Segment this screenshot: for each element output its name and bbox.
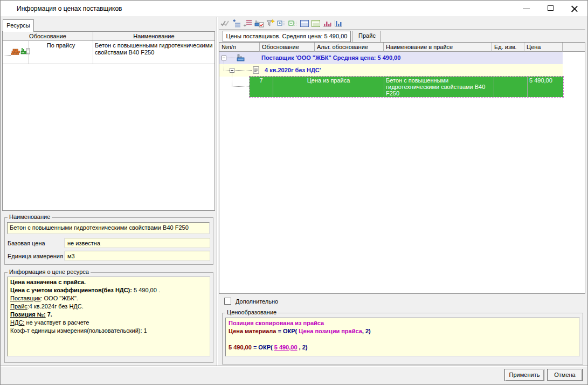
table-view-green-icon[interactable] — [311, 19, 321, 28]
resource-price-info-group: Информация о цене ресурса Цена назначена… — [4, 272, 213, 363]
col-num[interactable]: №п/п — [219, 43, 260, 52]
tab-supplier-prices[interactable]: Цены поставщиков. Средняя цена: 5 490,00 — [223, 31, 351, 42]
chart-blue-icon[interactable] — [334, 19, 343, 28]
close-icon — [571, 5, 578, 12]
col-price[interactable]: Цена — [524, 43, 563, 52]
resource-col-name[interactable]: Наименование — [93, 32, 215, 41]
resource-row-justification: По прайсу — [29, 41, 93, 64]
name-group: Наименование Бетон с повышенными гидроте… — [4, 217, 213, 265]
base-price-label: Базовая цена — [8, 240, 45, 246]
expand-all-icon[interactable] — [277, 19, 287, 28]
resource-price-info-title: Информация о цене ресурса — [8, 269, 91, 275]
close-button[interactable] — [563, 1, 587, 16]
delete-row-icon[interactable] — [243, 19, 253, 28]
material-icon — [11, 51, 20, 57]
pricing-line: 5 490,00 = ОКР( 5 490,00 , 2) — [229, 343, 577, 352]
pricelist-icon — [252, 69, 260, 75]
window-title: Информация о ценах поставщиков — [17, 5, 122, 12]
info-line: Цена с учетом коэффициентов(без НДС): 5 … — [10, 286, 207, 294]
tab-resources[interactable]: Ресурсы — [3, 19, 34, 32]
supplier-row-text: Поставщик 'ООО "ЖБК" Средняя цена: 5 490… — [261, 52, 400, 64]
toolbar — [220, 18, 343, 28]
text-segment: 5 490,00 . — [132, 287, 160, 293]
text-segment: = ОКР( — [276, 328, 299, 334]
tab-separator — [380, 31, 381, 42]
pricing-group: Ценообразование Позиция скопирована из п… — [222, 313, 583, 365]
pricing-group-title: Ценообразование — [225, 309, 278, 315]
text-segment: не участвует в расчете — [24, 319, 89, 326]
text-segment: , 2) — [298, 344, 308, 350]
tree-collapse-toggle-supplier[interactable] — [222, 56, 226, 60]
text-segment: 5 490,00 — [229, 344, 252, 350]
footer-separator — [1, 366, 587, 367]
supplier-check-icon[interactable] — [254, 19, 264, 28]
unit-field[interactable]: м3 — [65, 251, 210, 261]
unit-label: Единица измерения — [8, 253, 63, 259]
info-line: Поставщик: ООО "ЖБК". — [10, 294, 207, 302]
info-line: НДС: не участвует в расчете — [10, 319, 207, 327]
item-num-cell: 7 — [250, 77, 273, 97]
cancel-button[interactable]: Отмена — [547, 369, 583, 381]
maximize-button[interactable] — [538, 1, 563, 16]
confirm-icon[interactable] — [220, 19, 230, 28]
filter-icon[interactable] — [266, 19, 275, 28]
tree-collapse-toggle-period[interactable] — [230, 68, 234, 73]
text-segment: 7. — [46, 311, 52, 318]
factory-icon — [236, 57, 246, 63]
table-view-blue-icon[interactable] — [300, 19, 309, 28]
text-segment: : ООО "ЖБК". — [40, 295, 78, 301]
period-row[interactable]: 4 кв.2020г без НДС' — [219, 64, 563, 77]
resource-table: Обоснование Наименование По прайсу Бетон… — [2, 31, 215, 211]
tree-line — [236, 70, 252, 71]
text-segment: НДС: — [10, 319, 24, 326]
tab-separator — [352, 31, 352, 42]
info-line: Позиция №: 7. — [10, 311, 207, 319]
pricing-line — [229, 335, 577, 343]
col-alt-justification[interactable]: Альт. обоснование — [315, 43, 384, 52]
maximize-icon — [548, 5, 554, 11]
supplier-row[interactable]: Поставщик 'ООО "ЖБК" Средняя цена: 5 490… — [219, 52, 563, 64]
col-filler — [563, 43, 585, 52]
minimize-icon — [523, 8, 530, 9]
toolbar-separator — [219, 29, 585, 30]
base-price-field[interactable]: не известна — [65, 238, 210, 248]
resource-row-name: Бетон с повышенными гидротехническими св… — [93, 41, 215, 64]
col-unit[interactable]: Ед. изм. — [492, 43, 524, 52]
info-line: Коэф-т единицы измерения(пользовательски… — [10, 327, 207, 335]
text-segment: Цена с учетом коэффициентов(без НДС): — [10, 287, 132, 293]
item-justification-cell: Цена из прайса — [273, 77, 384, 97]
tree-line — [4, 55, 11, 56]
price-source-link[interactable]: 5 490,00 — [274, 344, 298, 350]
item-name-cell: Бетон с повышенными гидротехническими св… — [384, 77, 494, 97]
collapse-all-icon[interactable] — [288, 19, 298, 28]
text-segment: = ОКР( — [252, 344, 274, 350]
minimize-button[interactable] — [514, 1, 538, 16]
tab-price[interactable]: Прайс — [355, 31, 379, 42]
resource-row-icons — [3, 41, 29, 64]
text-segment: Цена позиции прайса — [299, 328, 362, 334]
text-segment: Цена назначена с прайса. — [10, 279, 86, 285]
text-segment: Позиция №: — [10, 311, 46, 318]
pricing-line: Позиция скопирована из прайса — [229, 319, 577, 327]
selected-price-row[interactable]: 7 Цена из прайса Бетон с повышенными гид… — [250, 77, 563, 97]
add-row-icon[interactable] — [232, 19, 241, 28]
additional-checkbox-label: Дополнительно — [236, 298, 278, 305]
panel-splitter[interactable] — [217, 17, 217, 366]
name-field[interactable]: Бетон с повышенными гидротехническими св… — [7, 222, 210, 234]
apply-button[interactable]: Применить — [504, 369, 544, 381]
chart-red-icon[interactable] — [322, 19, 332, 28]
info-line: Цена назначена с прайса. — [10, 278, 207, 286]
resource-col-justification[interactable]: Обоснование — [3, 32, 93, 41]
resource-row[interactable]: По прайсу Бетон с повышенными гидротехни… — [3, 41, 215, 64]
pricing-line: Цена материала = ОКР( Цена позиции прайс… — [229, 327, 577, 335]
text-segment: Прайс — [10, 303, 27, 310]
col-justification[interactable]: Обоснование — [260, 43, 315, 52]
tree-line — [224, 61, 230, 71]
text-segment: , 2) — [362, 328, 371, 334]
item-price-cell: 5 490,00 — [528, 77, 563, 97]
col-price-name[interactable]: Наименование в прайсе — [384, 43, 492, 52]
resource-price-info-box: Цена назначена с прайса. Цена с учетом к… — [7, 277, 210, 356]
additional-checkbox[interactable] — [224, 298, 231, 305]
tree-line — [227, 58, 236, 58]
text-segment: Цена материала — [229, 328, 276, 334]
